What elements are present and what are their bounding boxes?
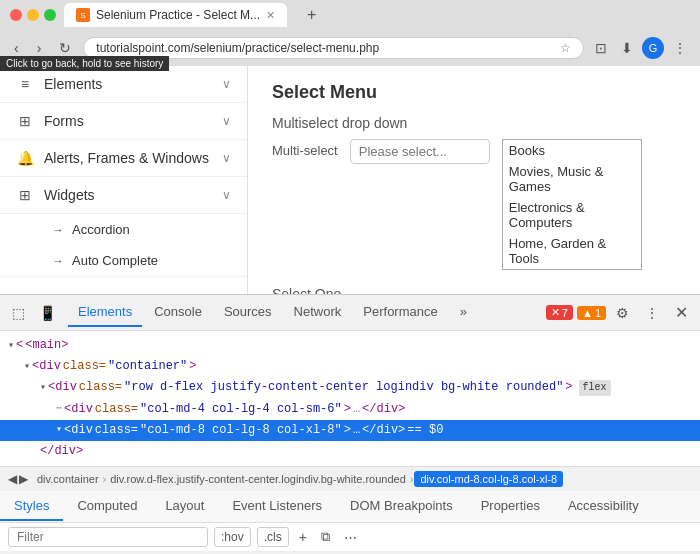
download-button[interactable]: ⬇ [616,37,638,59]
tag-end: </div> [362,400,405,419]
breadcrumb-item-row[interactable]: div.row.d-flex.justify-content-center.lo… [107,471,409,487]
tree-line-close[interactable]: </div> [0,441,700,462]
flex-badge: flex [579,380,611,396]
tab-close-icon[interactable]: ✕ [266,9,275,22]
sidebar: ≡ Elements ∨ ⊞ Forms ∨ 🔔 Alerts, Frames … [0,66,248,294]
toggle-icon[interactable]: ▾ [40,380,46,396]
sidebar-sub-item-accordion[interactable]: → Accordion [40,214,247,245]
tab-layout[interactable]: Layout [151,492,218,521]
chevron-down-icon: ∨ [222,151,231,165]
html-tree: ▾ <<main> ▾ <div class="container"> ▾ <d… [0,331,700,466]
maximize-traffic-light[interactable] [44,9,56,21]
elements-icon: ≡ [16,76,34,92]
filter-cls-button[interactable]: .cls [257,527,289,547]
devtools-close-button[interactable]: ✕ [669,299,694,326]
toggle-icon[interactable]: ▾ [8,338,14,354]
tree-line-main[interactable]: ▾ <<main> [0,335,700,356]
listbox-item-electronics[interactable]: Electronics & Computers [503,197,641,233]
sidebar-label-elements: Elements [44,76,212,92]
minimize-traffic-light[interactable] [27,9,39,21]
arrow-icon: → [52,223,64,237]
extensions-button[interactable]: ⊡ [590,37,612,59]
filter-copy-button[interactable]: ⧉ [317,527,334,547]
tab-properties[interactable]: Properties [467,492,554,521]
tab-network[interactable]: Network [284,298,352,327]
listbox[interactable]: Books Movies, Music & Games Electronics … [502,139,642,270]
attr-value-col8: "col-md-8 col-lg-8 col-xl-8" [140,421,342,440]
close-traffic-light[interactable] [10,9,22,21]
forward-button[interactable]: › [31,38,48,58]
tab-sources[interactable]: Sources [214,298,282,327]
tab-elements[interactable]: Elements [68,298,142,327]
sidebar-item-widgets[interactable]: ⊞ Widgets ∨ [0,177,247,214]
tab-label: Selenium Practice - Select M... [96,8,260,22]
multi-select-label: Multi-select [272,139,338,158]
new-tab-button[interactable]: + [301,4,322,26]
sidebar-sub-label: Auto Complete [72,253,158,268]
devtools-more-button[interactable]: ⋮ [639,301,665,325]
warning-badge: ▲ 1 [577,306,606,320]
toggle-icon[interactable]: ▾ [56,422,62,438]
tab-performance[interactable]: Performance [353,298,447,327]
device-toolbar-button[interactable]: 📱 [33,301,62,325]
devtools-left-icons: ⬚ 📱 [6,301,62,325]
listbox-item-movies[interactable]: Movies, Music & Games [503,161,641,197]
tree-line-col4[interactable]: ⋯ <div class="col-md-4 col-lg-4 col-sm-6… [0,399,700,420]
tab-styles[interactable]: Styles [0,492,63,521]
sidebar-sub-item-autocomplete[interactable]: → Auto Complete [40,245,247,276]
sidebar-label-alerts: Alerts, Frames & Windows [44,150,212,166]
profile-icon[interactable]: G [642,37,664,59]
ellipsis: … [353,400,360,419]
back-button[interactable]: ‹ [8,38,25,58]
devtools-right-icons: ✕ 7 ▲ 1 ⚙ ⋮ ✕ [546,299,694,326]
breadcrumb-item-container[interactable]: div.container [34,471,102,487]
breadcrumb-back-button[interactable]: ◀ [8,472,17,486]
tree-line-row[interactable]: ▾ <div class="row d-flex justify-content… [0,377,700,398]
breadcrumb-forward-button[interactable]: ▶ [19,472,28,486]
filter-input[interactable] [8,527,208,547]
tab-accessibility[interactable]: Accessibility [554,492,653,521]
tree-line-container[interactable]: ▾ <div class="container"> [0,356,700,377]
tag-end: </div> [362,421,405,440]
settings-button[interactable]: ⋮ [668,37,692,59]
dots-menu[interactable]: ⋯ [56,401,62,417]
equals-badge: == $0 [407,421,443,440]
filter-row: :hov .cls + ⧉ ⋯ [0,523,700,552]
toolbar-icons: ⊡ ⬇ G ⋮ [590,37,692,59]
star-icon[interactable]: ☆ [560,41,571,55]
tree-line-col8[interactable]: ▾ <div class="col-md-8 col-lg-8 col-xl-8… [0,420,700,441]
address-url: tutorialspoint.com/selenium/practice/sel… [96,41,560,55]
devtools-tab-bar: ⬚ 📱 Elements Console Sources Network Per… [0,295,700,331]
listbox-item-home[interactable]: Home, Garden & Tools [503,233,641,269]
tab-computed[interactable]: Computed [63,492,151,521]
sidebar-sub-label: Accordion [72,222,130,237]
inspect-element-button[interactable]: ⬚ [6,301,31,325]
filter-add-button[interactable]: + [295,527,311,547]
listbox-item-books[interactable]: Books [503,140,641,161]
tab-event-listeners[interactable]: Event Listeners [218,492,336,521]
tag-div: <div [64,421,93,440]
arrow-icon: → [52,254,64,268]
reload-button[interactable]: ↻ [53,38,77,58]
more-tabs-button[interactable]: » [450,298,477,327]
sidebar-item-elements[interactable]: ≡ Elements ∨ [0,66,247,103]
toggle-icon[interactable]: ▾ [24,359,30,375]
back-tooltip: Click to go back, hold to see history [0,56,169,71]
sidebar-item-alerts[interactable]: 🔔 Alerts, Frames & Windows ∨ [0,140,247,177]
filter-more-button[interactable]: ⋯ [340,528,361,547]
filter-pseudo-button[interactable]: :hov [214,527,251,547]
attr-class: class= [79,378,122,397]
tag-end-div: </div> [40,442,83,461]
multiselect-label: Multiselect drop down [272,115,676,131]
tab-dom-breakpoints[interactable]: DOM Breakpoints [336,492,467,521]
widgets-icon: ⊞ [16,187,34,203]
devtools-settings-button[interactable]: ⚙ [610,301,635,325]
browser-tab[interactable]: S Selenium Practice - Select M... ✕ [64,3,287,27]
breadcrumb-item-col8[interactable]: div.col-md-8.col-lg-8.col-xl-8 [414,471,563,487]
multi-select-input[interactable] [350,139,490,164]
bottom-tabs: Styles Computed Layout Event Listeners D… [0,491,700,523]
tag-div: <div [32,357,61,376]
error-count: 7 [562,307,568,319]
sidebar-item-forms[interactable]: ⊞ Forms ∨ [0,103,247,140]
tab-console[interactable]: Console [144,298,212,327]
